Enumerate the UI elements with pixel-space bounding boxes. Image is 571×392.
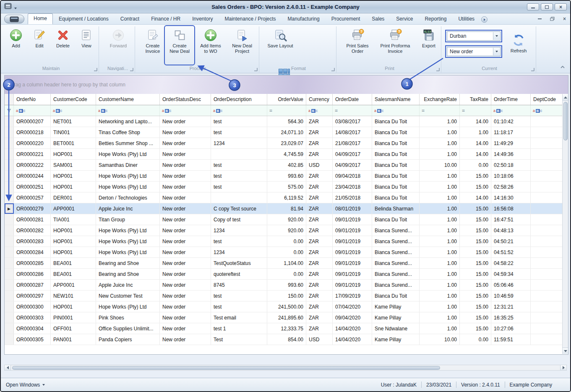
cell-customername[interactable]: Hope Works (Pty) Ltd bbox=[96, 182, 160, 192]
filter-cell-customername[interactable]: aBc bbox=[96, 105, 160, 116]
cell-ordertime[interactable]: 16:56:08 bbox=[491, 203, 531, 214]
cell-salesmanname[interactable]: Belinda Sharman bbox=[372, 203, 420, 214]
cell-customername[interactable]: Hope Works (Pty) Ltd bbox=[96, 225, 160, 236]
row-indicator[interactable] bbox=[5, 138, 14, 148]
cell-ordertime[interactable]: 02:50:18 bbox=[491, 160, 531, 170]
cell-customername[interactable]: Bearing and Shoe bbox=[96, 258, 160, 268]
cell-exchangerate[interactable]: 1.00 bbox=[420, 138, 460, 148]
row-indicator[interactable] bbox=[5, 334, 14, 345]
cell-deptcode[interactable] bbox=[531, 116, 563, 127]
scroll-left-icon[interactable] bbox=[5, 365, 11, 370]
cell-salesmanname[interactable]: Kame Pillay bbox=[372, 334, 420, 345]
new-deal-project-button[interactable]: New Deal Project bbox=[227, 26, 257, 64]
horizontal-scrollbar[interactable] bbox=[4, 365, 567, 371]
table-row[interactable]: OR0000251HOP001Hope Works (Pty) LtdNew o… bbox=[5, 182, 568, 192]
cell-customername[interactable]: Panda Copiers bbox=[96, 334, 160, 345]
filter-cell-customercode[interactable]: aBc bbox=[51, 105, 96, 116]
chevron-down-icon[interactable] bbox=[493, 32, 500, 40]
table-row[interactable]: OR0000282HOP001Hope Works (Pty) LtdNew o… bbox=[5, 225, 568, 236]
table-row[interactable]: OR0000220BET0001Betties Summer Shop ...N… bbox=[5, 138, 568, 149]
cell-salesmanname[interactable]: Bianca Surend... bbox=[372, 225, 420, 236]
row-indicator[interactable] bbox=[5, 323, 14, 334]
cell-orderno[interactable]: OR0000305 bbox=[14, 334, 51, 345]
row-indicator[interactable] bbox=[5, 269, 14, 279]
column-header-deptcode[interactable]: DeptCode bbox=[531, 94, 563, 105]
cell-orderdescription[interactable]: test bbox=[211, 116, 267, 127]
cell-ordertime[interactable]: 10:18:06 bbox=[491, 171, 531, 181]
cell-deptcode[interactable] bbox=[531, 301, 563, 312]
cell-orderno[interactable]: OR0000222 bbox=[14, 160, 51, 170]
cell-orderstatusdesc[interactable]: New order bbox=[160, 203, 211, 214]
print-sales-order-button[interactable]: ?Print Sales Order bbox=[340, 26, 375, 64]
filter-cell-ordertime[interactable]: aBc bbox=[491, 105, 531, 116]
cell-ordervalue[interactable]: 575.00 bbox=[267, 182, 306, 192]
cell-orderstatusdesc[interactable]: New order bbox=[160, 258, 211, 268]
column-header-orderdate[interactable]: OrderDate bbox=[333, 94, 372, 105]
cell-currency[interactable]: USD bbox=[306, 334, 333, 345]
cell-ordervalue[interactable]: 854.00 bbox=[267, 334, 306, 345]
cell-currency[interactable]: ZAR bbox=[306, 225, 333, 236]
cell-orderno[interactable]: OR0000207 bbox=[14, 116, 51, 127]
site-select[interactable]: Durban bbox=[447, 31, 501, 41]
cell-orderno[interactable]: OR0000279 bbox=[14, 203, 51, 214]
cell-ordertime[interactable]: 04:59:34 bbox=[491, 269, 531, 279]
cell-ordertime[interactable]: 12:31:21 bbox=[491, 301, 531, 312]
cell-customercode[interactable]: NET001 bbox=[51, 116, 96, 127]
cell-orderdate[interactable]: 09/01/2019 bbox=[333, 236, 372, 247]
tab-contract[interactable]: Contract bbox=[115, 14, 145, 24]
cell-salesmanname[interactable]: Bianca Du Toit bbox=[372, 182, 420, 192]
table-row[interactable]: OR0000221HOP001Hope Works (Pty) LtdNew o… bbox=[5, 149, 568, 160]
cell-taxrate[interactable]: 15.00 bbox=[460, 225, 491, 236]
cell-orderno[interactable]: OR0000286 bbox=[14, 269, 51, 279]
cell-customername[interactable]: Pink Shoes bbox=[96, 312, 160, 323]
minimize-button[interactable] bbox=[527, 3, 539, 10]
row-indicator[interactable] bbox=[5, 171, 14, 181]
cell-currency[interactable]: ZAR bbox=[306, 247, 333, 257]
table-row[interactable]: OR0000244HOP001Hope Works (Pty) LtdNew o… bbox=[5, 171, 568, 182]
cell-orderno[interactable]: OR0000282 bbox=[14, 225, 51, 236]
cell-customername[interactable]: Hope Works (Pty) Ltd bbox=[96, 247, 160, 257]
cell-currency[interactable]: USD bbox=[306, 160, 333, 170]
tab-service[interactable]: Service bbox=[390, 14, 419, 24]
row-indicator[interactable] bbox=[5, 149, 14, 159]
table-row[interactable]: OR0000304OFF001Office Supplies Unlimit..… bbox=[5, 323, 568, 334]
cell-salesmanname[interactable]: Bianca Du Toit bbox=[372, 127, 420, 138]
cell-salesmanname[interactable]: Sne Ndwalane bbox=[372, 323, 420, 334]
column-header-currency[interactable]: Currency bbox=[306, 94, 333, 105]
cell-customercode[interactable]: APP0001 bbox=[51, 203, 96, 214]
cell-deptcode[interactable] bbox=[531, 236, 563, 247]
row-indicator[interactable] bbox=[5, 214, 14, 225]
column-header-orderdescription[interactable]: OrderDescription bbox=[211, 94, 267, 105]
cell-orderdescription[interactable]: 1234 bbox=[211, 225, 267, 236]
table-row[interactable]: OR0000222SAM001Samanthas DinerNew ordert… bbox=[5, 160, 568, 171]
cell-currency[interactable]: ZAR bbox=[306, 312, 333, 323]
cell-ordervalue[interactable]: 12,333.75 bbox=[267, 323, 306, 334]
column-header-taxrate[interactable]: TaxRate bbox=[460, 94, 491, 105]
row-indicator[interactable] bbox=[5, 280, 14, 290]
cell-salesmanname[interactable]: Bianca Du Toit bbox=[372, 116, 420, 127]
cell-deptcode[interactable] bbox=[531, 225, 563, 236]
cell-ordervalue[interactable]: 241,895.60 bbox=[267, 312, 306, 323]
cell-customername[interactable]: Networking and Lapto... bbox=[96, 116, 160, 127]
cell-orderdescription[interactable]: test bbox=[211, 171, 267, 181]
cell-ordertime[interactable]: 01:10:42 bbox=[491, 116, 531, 127]
cell-deptcode[interactable] bbox=[531, 138, 563, 148]
cell-orderno[interactable]: OR0000283 bbox=[14, 236, 51, 247]
cell-orderdescription[interactable]: test bbox=[211, 160, 267, 170]
cell-ordervalue[interactable]: 241,500.00 bbox=[267, 301, 306, 312]
row-indicator[interactable] bbox=[5, 192, 14, 203]
cell-orderstatusdesc[interactable]: New order bbox=[160, 269, 211, 279]
filter-cell-orderdate[interactable]: = bbox=[333, 105, 372, 116]
cell-orderstatusdesc[interactable]: New order bbox=[160, 291, 211, 301]
cell-ordervalue[interactable]: 23,029.07 bbox=[267, 138, 306, 148]
cell-ordertime[interactable]: 11:59:51 bbox=[491, 334, 531, 345]
cell-exchangerate[interactable]: 1.00 bbox=[420, 301, 460, 312]
column-header-ordervalue[interactable]: OrderValue bbox=[267, 94, 306, 105]
cell-ordertime[interactable]: 14:49:36 bbox=[491, 149, 531, 159]
tab-sales[interactable]: Sales bbox=[366, 14, 390, 24]
column-header-salesmanname[interactable]: SalesmanName bbox=[372, 94, 420, 105]
cell-exchangerate[interactable]: 1.00 bbox=[420, 171, 460, 181]
table-row[interactable]: ▶OR0000279APP0001Apple Juice IncNew orde… bbox=[5, 203, 568, 214]
table-row[interactable]: OR0000285BEA001Bearing and ShoeNew order… bbox=[5, 258, 568, 269]
cell-customercode[interactable]: PAN001 bbox=[51, 334, 96, 345]
